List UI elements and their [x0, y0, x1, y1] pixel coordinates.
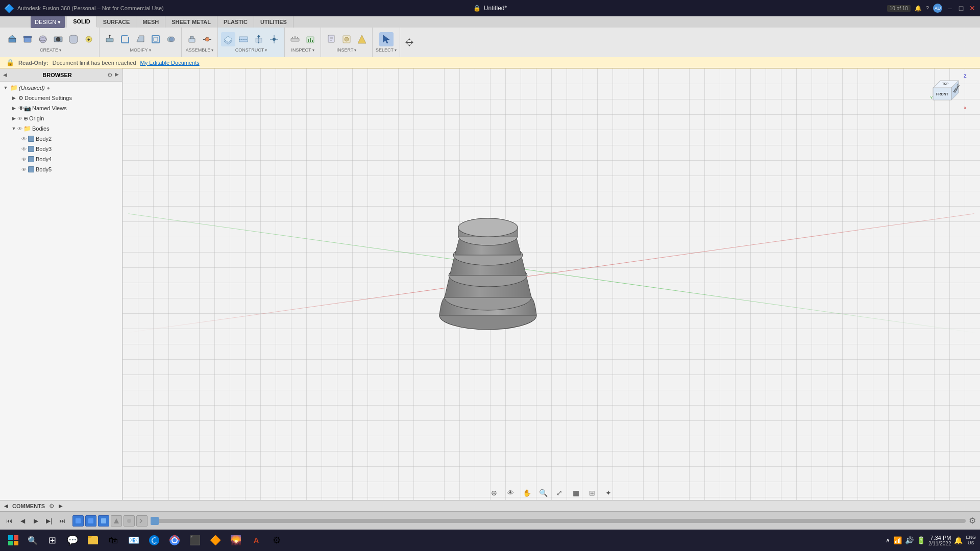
vp-zoom-btn[interactable]: 🔍 [536, 486, 550, 499]
timeline-go-last-btn[interactable]: ⏭ [57, 516, 67, 526]
tree-item-body3[interactable]: 👁 Body3 [0, 144, 122, 154]
taskbar-autodesk-btn[interactable]: A [247, 531, 265, 549]
taskbar-mail-btn[interactable]: 📧 [125, 531, 143, 549]
timeline-settings-icon[interactable]: ⚙ [969, 516, 976, 525]
vp-orbit-btn[interactable]: ⊕ [487, 486, 501, 499]
taskbar-sound-icon[interactable]: 🔊 [905, 536, 914, 544]
taskbar-explorer-btn[interactable] [84, 531, 102, 549]
maximize-btn[interactable]: □ [958, 5, 965, 12]
viewport[interactable]: Z Y X FRONT RIGHT TOP ⊕ 👁 ✋ 🔍 [122, 68, 980, 500]
construct-axis-btn[interactable] [252, 32, 266, 46]
construct-midplane-btn[interactable] [236, 32, 251, 46]
tree-item-body5[interactable]: 👁 Body5 [0, 164, 122, 174]
vp-look-btn[interactable]: 👁 [504, 486, 517, 499]
tree-item-origin[interactable]: ▶ 👁 ⊕ Origin [0, 113, 122, 123]
taskbar-apps-btn[interactable]: ⊞ [43, 531, 61, 549]
browser-settings-icon[interactable]: ⚙ [107, 71, 113, 79]
vp-grid-btn[interactable]: ⊞ [585, 486, 599, 499]
assemble-new-component-btn[interactable] [185, 32, 199, 46]
taskbar-edge-btn[interactable] [145, 531, 163, 549]
construct-offset-plane-btn[interactable] [221, 32, 235, 46]
taskbar-network-icon[interactable]: 📶 [893, 536, 902, 544]
unsaved-settings-icon[interactable]: ● [47, 85, 50, 91]
tab-utilities[interactable]: UTILITIES [254, 16, 293, 28]
close-btn[interactable]: ✕ [969, 5, 976, 12]
inspect-analysis-btn[interactable] [303, 32, 317, 46]
tab-sheet-metal[interactable]: SHEET METAL [165, 16, 217, 28]
taskbar-store-btn[interactable]: 🛍 [104, 531, 122, 549]
taskbar-orange-btn[interactable]: 🔶 [206, 531, 225, 549]
timeline-thumb[interactable] [151, 517, 159, 525]
taskbar-photos-btn[interactable]: 🌄 [227, 531, 245, 549]
vp-zoomfit-btn[interactable]: ⤢ [553, 486, 566, 499]
browser-header: ◀ BROWSER ⚙ ▶ [0, 68, 122, 82]
move-btn[interactable] [402, 35, 416, 49]
timeline-prev-btn[interactable]: ◀ [17, 516, 28, 526]
modify-chamfer-btn[interactable] [133, 32, 148, 46]
viewcube[interactable]: Z Y X FRONT RIGHT TOP [929, 73, 970, 114]
create-revolve-btn[interactable] [20, 32, 35, 46]
tab-surface[interactable]: SURFACE [97, 16, 137, 28]
taskbar-chat-btn[interactable]: 💬 [63, 531, 82, 549]
create-extrude-btn[interactable] [5, 32, 19, 46]
taskbar-chrome-btn[interactable] [165, 531, 184, 549]
minimize-btn[interactable]: – [946, 5, 953, 12]
create-hole-btn[interactable] [51, 32, 65, 46]
taskbar-clock[interactable]: 7:34 PM 2/11/2022 [928, 535, 951, 546]
create-fillet-btn[interactable] [66, 32, 81, 46]
timeline-play-btn[interactable]: ▶ [31, 516, 41, 526]
taskbar-notifications-icon[interactable]: 🔔 [954, 536, 963, 544]
create-sphere-btn[interactable] [36, 32, 50, 46]
assemble-joint-btn[interactable] [200, 32, 214, 46]
tab-plastic[interactable]: PLASTIC [217, 16, 254, 28]
user-avatar[interactable]: AU [933, 4, 942, 13]
construct-point-btn[interactable] [267, 32, 281, 46]
comments-collapse-btn[interactable]: ▶ [59, 503, 63, 509]
taskbar-settings-btn[interactable]: ⚙ [267, 531, 286, 549]
timeline-icon-4[interactable] [111, 515, 122, 527]
insert-canvas-btn[interactable] [339, 32, 354, 46]
taskbar-terminal-btn[interactable]: ⬛ [186, 531, 204, 549]
vp-effects-btn[interactable]: ✦ [602, 486, 615, 499]
taskbar-search-btn[interactable]: 🔍 [24, 532, 41, 548]
windows-start-btn[interactable] [4, 531, 22, 549]
comments-settings-icon[interactable]: ⚙ [49, 503, 55, 510]
3d-object[interactable] [432, 198, 534, 320]
editable-docs-link[interactable]: My Editable Documents [140, 60, 200, 66]
taskbar-battery-icon[interactable]: 🔋 [917, 536, 925, 544]
insert-decal-btn[interactable] [355, 32, 369, 46]
timeline-icon-5[interactable] [124, 515, 135, 527]
inspect-measure-btn[interactable] [288, 32, 302, 46]
timeline-go-first-btn[interactable]: ⏮ [4, 516, 14, 526]
select-select-btn[interactable] [379, 32, 394, 46]
help-icon[interactable]: ? [926, 5, 929, 11]
timeline-icon-1[interactable] [72, 515, 84, 527]
tree-item-doc-settings[interactable]: ▶ ⚙ Document Settings [0, 93, 122, 103]
tab-solid[interactable]: SOLID [67, 16, 97, 28]
timeline-icon-2[interactable] [85, 515, 96, 527]
tree-item-body4[interactable]: 👁 Body4 [0, 154, 122, 164]
vp-pan-btn[interactable]: ✋ [520, 486, 533, 499]
tab-mesh[interactable]: MESH [136, 16, 165, 28]
insert-derive-btn[interactable] [324, 32, 338, 46]
vp-display-btn[interactable]: ▦ [569, 486, 582, 499]
tree-item-body2[interactable]: 👁 Body2 [0, 134, 122, 144]
comments-expand-icon[interactable]: ◀ [4, 503, 8, 509]
modify-combine-btn[interactable] [164, 32, 178, 46]
modify-fillet-btn[interactable] [118, 32, 132, 46]
tree-item-bodies[interactable]: ▼ 👁 📁 Bodies [0, 123, 122, 134]
browser-collapse-icon[interactable]: ◀ [3, 72, 7, 78]
timeline-icon-6[interactable] [136, 515, 148, 527]
browser-expand-icon[interactable]: ▶ [115, 71, 119, 79]
tree-item-unsaved[interactable]: ▼ 📁 (Unsaved) ● [0, 83, 122, 93]
notification-icon[interactable]: 🔔 [915, 5, 922, 12]
timeline-icon-3[interactable] [98, 515, 109, 527]
design-dropdown[interactable]: DESIGN ▾ [31, 16, 65, 28]
create-more-btn[interactable]: ✦ [82, 32, 96, 46]
taskbar-up-arrow[interactable]: ∧ [886, 537, 890, 544]
timeline-next-btn[interactable]: ▶| [44, 516, 54, 526]
modify-press-pull-btn[interactable] [103, 32, 117, 46]
timeline-track[interactable] [151, 519, 966, 523]
tree-item-named-views[interactable]: ▶ 👁📷 Named Views [0, 103, 122, 113]
modify-shell-btn[interactable] [149, 32, 163, 46]
